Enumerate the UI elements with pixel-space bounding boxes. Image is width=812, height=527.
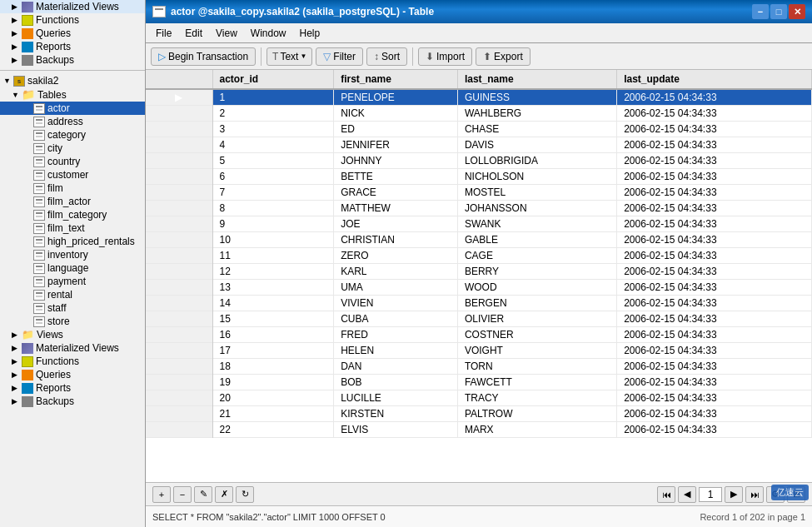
sidebar-item-customer[interactable]: customer	[0, 168, 145, 181]
sort-button[interactable]: ↕ Sort	[366, 47, 407, 66]
maximize-button[interactable]: □	[770, 4, 787, 19]
page-number-input[interactable]	[699, 487, 722, 502]
table-scroll[interactable]: actor_id first_name last_name last_updat…	[146, 70, 812, 482]
row-indicator	[146, 296, 212, 311]
table-row[interactable]: 10CHRISTIANGABLE2006-02-15 04:34:33	[146, 232, 812, 248]
table-row[interactable]: 4JENNIFERDAVIS2006-02-15 04:34:33	[146, 137, 812, 153]
cell-last-update: 2006-02-15 04:34:33	[617, 311, 812, 327]
import-button[interactable]: ⬇ Import	[418, 47, 472, 66]
sidebar-item-high-priced-rentals[interactable]: high_priced_rentals	[0, 235, 145, 248]
minimize-button[interactable]: −	[752, 4, 769, 19]
table-row[interactable]: 14VIVIENBERGEN2006-02-15 04:34:33	[146, 296, 812, 311]
table-row[interactable]: 13UMAWOOD2006-02-15 04:34:33	[146, 280, 812, 296]
sidebar-item-film-category[interactable]: film_category	[0, 208, 145, 221]
row-indicator: ▶	[146, 89, 212, 106]
sidebar-label-tables: Tables	[37, 89, 67, 101]
sidebar-item-category[interactable]: category	[0, 128, 145, 142]
sidebar-item-queries[interactable]: ▶ Queries	[0, 368, 145, 381]
sidebar-item-inventory[interactable]: inventory	[0, 248, 145, 261]
table-row[interactable]: 20LUCILLETRACY2006-02-15 04:34:33	[146, 390, 812, 406]
col-header-last-update[interactable]: last_update	[617, 70, 812, 89]
table-row[interactable]: 16FREDCOSTNER2006-02-15 04:34:33	[146, 327, 812, 343]
table-row[interactable]: 8MATTHEWJOHANSSON2006-02-15 04:34:33	[146, 201, 812, 216]
table-row[interactable]: 7GRACEMOSTEL2006-02-15 04:34:33	[146, 185, 812, 201]
menu-view[interactable]: View	[209, 26, 244, 41]
table-row[interactable]: 17HELENVOIGHT2006-02-15 04:34:33	[146, 343, 812, 359]
sidebar-item-payment[interactable]: payment	[0, 275, 145, 288]
sidebar-item-queries-top[interactable]: ▶ Queries	[0, 27, 145, 40]
sidebar-item-city[interactable]: city	[0, 142, 145, 155]
cell-actor-id: 12	[212, 264, 334, 280]
sidebar-item-sakila2[interactable]: ▼ s sakila2	[0, 74, 145, 87]
cell-actor-id: 7	[212, 185, 334, 201]
table-row[interactable]: 21KIRSTENPALTROW2006-02-15 04:34:33	[146, 406, 812, 422]
last-page-button[interactable]: ⏭	[745, 486, 764, 503]
table-row[interactable]: 22ELVISMARX2006-02-15 04:34:33	[146, 422, 812, 438]
col-header-actor-id[interactable]: actor_id	[212, 70, 334, 89]
table-row[interactable]: 5JOHNNYLOLLOBRIGIDA2006-02-15 04:34:33	[146, 153, 812, 169]
materialized-views-icon-top	[22, 2, 33, 12]
table-row[interactable]: 9JOESWANK2006-02-15 04:34:33	[146, 216, 812, 232]
menu-file[interactable]: File	[149, 26, 178, 41]
sidebar-item-mat-views-top[interactable]: ▶ Materialized Views	[0, 0, 145, 13]
add-record-button[interactable]: +	[152, 486, 171, 503]
sidebar-item-functions[interactable]: ▶ Functions	[0, 355, 145, 368]
sidebar-label-mat-views-top: Materialized Views	[36, 1, 119, 12]
discard-record-button[interactable]: ✗	[215, 486, 233, 503]
table-row[interactable]: 6BETTENICHOLSON2006-02-15 04:34:33	[146, 169, 812, 185]
sidebar-item-actor[interactable]: actor	[0, 102, 145, 115]
refresh-button[interactable]: ↻	[236, 486, 254, 503]
prev-page-button[interactable]: ◀	[678, 486, 696, 503]
sidebar-item-backups[interactable]: ▶ Backups	[0, 395, 145, 408]
sidebar-item-views[interactable]: ▶ 📁 Views	[0, 328, 145, 341]
sidebar-item-reports[interactable]: ▶ Reports	[0, 381, 145, 395]
cell-first-name: MATTHEW	[334, 201, 458, 216]
sidebar-item-film-actor[interactable]: film_actor	[0, 195, 145, 208]
table-row[interactable]: 19BOBFAWCETT2006-02-15 04:34:33	[146, 375, 812, 390]
col-header-last-name[interactable]: last_name	[457, 70, 616, 89]
menu-help[interactable]: Help	[293, 26, 327, 41]
sidebar-item-staff[interactable]: staff	[0, 301, 145, 315]
sidebar-item-functions-top[interactable]: ▶ Functions	[0, 13, 145, 27]
sidebar-item-country[interactable]: country	[0, 155, 145, 168]
filter-button[interactable]: ▽ Filter	[316, 47, 363, 66]
col-header-first-name[interactable]: first_name	[334, 70, 458, 89]
begin-transaction-button[interactable]: ▷ Begin Transaction	[151, 47, 256, 66]
table-row[interactable]: 11ZEROCAGE2006-02-15 04:34:33	[146, 248, 812, 264]
remove-record-button[interactable]: −	[173, 486, 192, 503]
functions-icon-top	[22, 15, 33, 26]
table-row[interactable]: 12KARLBERRY2006-02-15 04:34:33	[146, 264, 812, 280]
table-row[interactable]: 15CUBAOLIVIER2006-02-15 04:34:33	[146, 311, 812, 327]
table-row[interactable]: 2NICKWAHLBERG2006-02-15 04:34:33	[146, 106, 812, 122]
sidebar-item-tables[interactable]: ▼ 📁 Tables	[0, 87, 145, 102]
sidebar-item-backups-top[interactable]: ▶ Backups	[0, 53, 145, 67]
cell-actor-id: 21	[212, 406, 334, 422]
sidebar-item-address[interactable]: address	[0, 115, 145, 128]
language-table-icon	[33, 263, 45, 274]
sidebar-item-mat-views[interactable]: ▶ Materialized Views	[0, 341, 145, 355]
sidebar-item-film-text[interactable]: film_text	[0, 221, 145, 235]
menu-window[interactable]: Window	[244, 26, 293, 41]
cell-first-name: KARL	[334, 264, 458, 280]
table-row[interactable]: 18DANTORN2006-02-15 04:34:33	[146, 359, 812, 375]
sidebar-item-language[interactable]: language	[0, 261, 145, 275]
table-row[interactable]: 3EDCHASE2006-02-15 04:34:33	[146, 122, 812, 137]
sidebar-item-store[interactable]: store	[0, 315, 145, 328]
close-button[interactable]: ✕	[789, 4, 805, 19]
cell-first-name: JOHNNY	[334, 153, 458, 169]
table-row[interactable]: ▶1PENELOPEGUINESS2006-02-15 04:34:33	[146, 89, 812, 106]
menu-edit[interactable]: Edit	[178, 26, 209, 41]
toolbar-separator-2	[412, 47, 413, 66]
next-page-button[interactable]: ▶	[725, 486, 743, 503]
text-dropdown[interactable]: T Text ▼	[267, 47, 312, 66]
cell-actor-id: 1	[212, 89, 334, 106]
inventory-table-icon	[33, 250, 45, 261]
window-controls: − □ ✕	[752, 4, 805, 19]
sidebar-item-reports-top[interactable]: ▶ Reports	[0, 40, 145, 53]
first-page-button[interactable]: ⏮	[657, 486, 675, 503]
record-controls: + − ✎ ✗ ↻	[152, 486, 254, 503]
sidebar-item-rental[interactable]: rental	[0, 288, 145, 301]
export-button[interactable]: ⬆ Export	[476, 47, 531, 66]
sidebar-item-film[interactable]: film	[0, 181, 145, 195]
edit-record-button[interactable]: ✎	[194, 486, 212, 503]
